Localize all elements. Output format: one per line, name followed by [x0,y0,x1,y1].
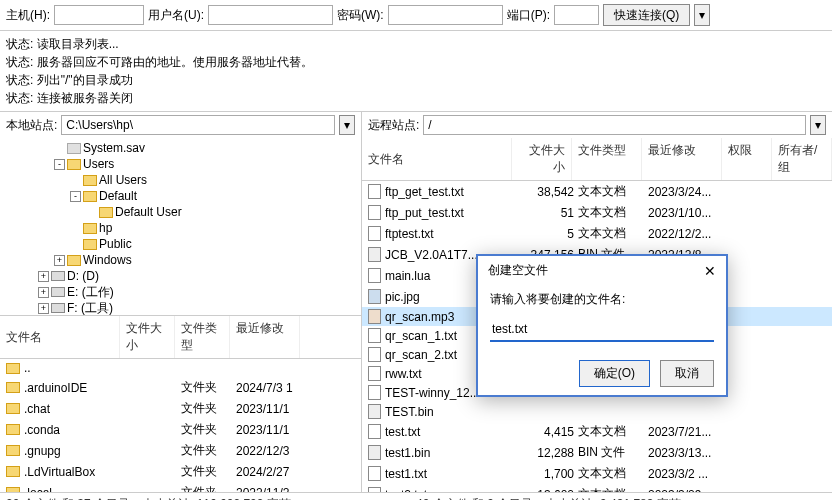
folder-icon [67,143,81,154]
tree-item[interactable]: System.sav [4,140,357,156]
file-name: .LdVirtualBox [24,465,95,479]
local-file-list[interactable]: 文件名 文件大小 文件类型 最近修改 .. .arduinoIDE 文件夹 20… [0,316,361,492]
col-date[interactable]: 最近修改 [642,138,722,180]
tree-item[interactable]: All Users [4,172,357,188]
tree-item[interactable]: hp [4,220,357,236]
tree-toggle[interactable]: - [54,159,65,170]
tree-item[interactable]: + F: (工具) [4,300,357,316]
remote-path-dropdown[interactable]: ▾ [810,115,826,135]
list-item[interactable]: test1.bin 12,288 BIN 文件 2023/3/13... [362,442,832,463]
dialog-title: 创建空文件 [488,262,548,279]
image-file-icon [368,289,381,304]
file-name: ftp_get_test.txt [385,185,464,199]
audio-file-icon [368,309,381,324]
tree-item[interactable]: + Windows [4,252,357,268]
file-date [646,411,726,413]
list-item[interactable]: .conda 文件夹 2023/11/1 [0,419,361,440]
host-input[interactable] [54,5,144,25]
tree-item[interactable]: + E: (工作) [4,284,357,300]
tree-toggle[interactable]: + [38,271,49,282]
close-icon[interactable]: ✕ [704,263,716,279]
file-size: 5 [516,226,576,242]
file-icon [368,226,381,241]
list-item[interactable]: test2.txt 13,600 文本文档 2023/3/29... [362,484,832,492]
host-label: 主机(H): [6,7,50,24]
ok-button[interactable]: 确定(O) [579,360,650,387]
status-log: 状态: 读取目录列表... 状态: 服务器回应不可路由的地址。使用服务器地址代替… [0,31,832,112]
col-own[interactable]: 所有者/组 [772,138,832,180]
port-input[interactable] [554,5,599,25]
file-name: .. [24,361,31,375]
cancel-button[interactable]: 取消 [660,360,714,387]
tree-item[interactable]: + D: (D) [4,268,357,284]
file-name: test1.txt [385,467,427,481]
list-item[interactable]: ftptest.txt 5 文本文档 2022/12/2... [362,223,832,244]
quick-connect-dropdown[interactable]: ▾ [694,4,710,26]
folder-icon [6,487,20,492]
col-date[interactable]: 最近修改 [230,316,300,358]
file-size [124,450,179,452]
tree-toggle[interactable]: + [38,287,49,298]
file-icon [368,205,381,220]
user-input[interactable] [208,5,333,25]
tree-toggle[interactable]: - [70,191,81,202]
file-size: 38,542 [516,184,576,200]
tree-label: E: (工作) [67,284,114,300]
list-item[interactable]: .local 文件夹 2022/11/2 [0,482,361,492]
file-name: .arduinoIDE [24,381,87,395]
list-item[interactable]: .LdVirtualBox 文件夹 2024/2/27 [0,461,361,482]
tree-label: Users [83,156,114,172]
file-date: 2023/3/24... [646,184,726,200]
list-item[interactable]: test.txt 4,415 文本文档 2023/7/21... [362,421,832,442]
col-size[interactable]: 文件大小 [512,138,572,180]
col-size[interactable]: 文件大小 [120,316,175,358]
quick-connect-button[interactable]: 快速连接(Q) [603,4,690,26]
list-item[interactable]: .arduinoIDE 文件夹 2024/7/3 1 [0,377,361,398]
col-name[interactable]: 文件名 [362,138,512,180]
folder-icon [6,363,20,374]
tree-item[interactable]: - Default [4,188,357,204]
file-date: 2023/1/10... [646,205,726,221]
file-size: 12,288 [516,445,576,461]
col-perm[interactable]: 权限 [722,138,772,180]
tree-toggle[interactable]: + [38,303,49,314]
local-pane: 本地站点: ▾ System.sav - Users All Users - [0,112,362,492]
pass-input[interactable] [388,5,503,25]
list-item[interactable]: TEST.bin [362,402,832,421]
tree-toggle[interactable]: + [54,255,65,266]
list-item[interactable]: ftp_get_test.txt 38,542 文本文档 2023/3/24..… [362,181,832,202]
file-name: main.lua [385,269,430,283]
tree-label: Windows [83,252,132,268]
file-size: 4,415 [516,424,576,440]
port-label: 端口(P): [507,7,550,24]
local-path-input[interactable] [61,115,335,135]
col-type[interactable]: 文件类型 [572,138,642,180]
tree-label: hp [99,220,112,236]
file-name: test1.bin [385,446,430,460]
tree-item[interactable]: Default User [4,204,357,220]
tree-label: All Users [99,172,147,188]
col-type[interactable]: 文件类型 [175,316,230,358]
file-type: 文件夹 [179,462,234,481]
file-size [124,471,179,473]
col-name[interactable]: 文件名 [0,316,120,358]
tree-item[interactable]: Public [4,236,357,252]
folder-icon [99,207,113,218]
remote-path-input[interactable] [423,115,806,135]
local-path-dropdown[interactable]: ▾ [339,115,355,135]
filename-input[interactable] [490,318,714,342]
list-item[interactable]: .gnupg 文件夹 2022/12/3 [0,440,361,461]
file-icon [368,385,381,400]
binary-file-icon [368,247,381,262]
file-date [234,367,304,369]
file-name: rww.txt [385,367,422,381]
local-tree[interactable]: System.sav - Users All Users - Default D… [0,138,361,316]
list-item[interactable]: test1.txt 1,700 文本文档 2023/3/2 ... [362,463,832,484]
local-site-label: 本地站点: [6,117,57,134]
tree-item[interactable]: - Users [4,156,357,172]
drive-icon [51,303,65,313]
file-icon [368,466,381,481]
list-item[interactable]: ftp_put_test.txt 51 文本文档 2023/1/10... [362,202,832,223]
list-item[interactable]: .chat 文件夹 2023/11/1 [0,398,361,419]
list-item[interactable]: .. [0,359,361,377]
